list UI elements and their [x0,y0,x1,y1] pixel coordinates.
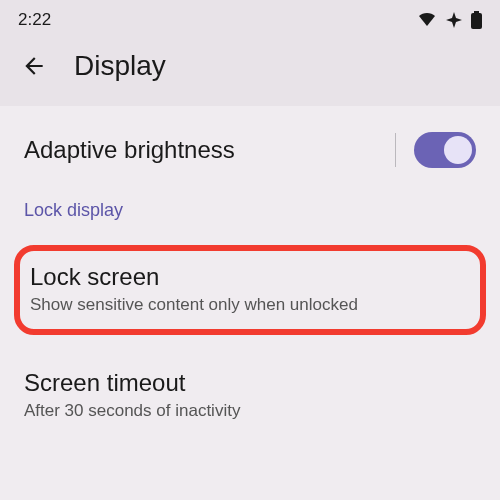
airplane-icon [445,11,463,29]
adaptive-brightness-row[interactable]: Adaptive brightness [0,106,500,194]
toggle-wrap [395,132,476,168]
wifi-icon [417,12,437,28]
svg-rect-1 [471,13,482,29]
svg-rect-0 [474,11,479,13]
vertical-divider [395,133,396,167]
highlight-annotation: Lock screen Show sensitive content only … [14,245,486,335]
lock-screen-title: Lock screen [30,263,470,291]
settings-content: Adaptive brightness Lock display Lock sc… [0,106,500,437]
lock-screen-subtitle: Show sensitive content only when unlocke… [30,295,470,315]
status-icons [417,11,482,29]
screen-timeout-subtitle: After 30 seconds of inactivity [24,401,476,421]
back-button[interactable] [20,52,48,80]
back-arrow-icon [21,53,47,79]
adaptive-brightness-label: Adaptive brightness [24,136,235,164]
screen-timeout-item[interactable]: Screen timeout After 30 seconds of inact… [0,355,500,437]
page-title: Display [74,50,166,82]
toggle-knob [444,136,472,164]
lock-screen-item[interactable]: Lock screen Show sensitive content only … [30,263,470,315]
screen-timeout-title: Screen timeout [24,369,476,397]
adaptive-brightness-toggle[interactable] [414,132,476,168]
status-time: 2:22 [18,10,51,30]
battery-icon [471,11,482,29]
section-lock-display: Lock display [0,194,500,237]
status-bar: 2:22 [0,0,500,36]
header: Display [0,36,500,106]
